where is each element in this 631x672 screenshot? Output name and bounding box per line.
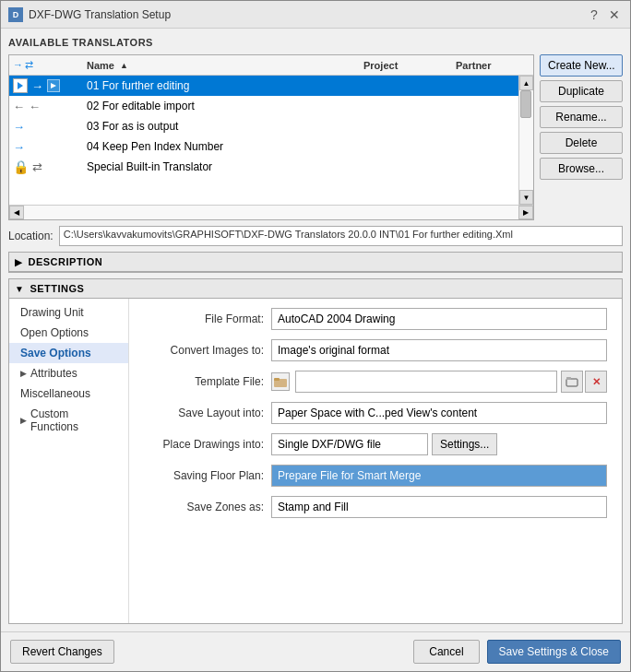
title-bar: D DXF-DWG Translation Setup ? ✕ (1, 1, 630, 29)
save-settings-close-button[interactable]: Save Settings & Close (487, 640, 621, 664)
available-translators-header: AVAILABLE TRANSLATORS (8, 36, 623, 49)
template-folder-icon (271, 372, 290, 391)
scroll-track[interactable] (519, 90, 533, 190)
row-icons: → (13, 120, 87, 134)
cancel-button[interactable]: Cancel (413, 640, 479, 664)
duplicate-button[interactable]: Duplicate (540, 80, 623, 102)
saving-floor-plan-select[interactable]: Prepare File for Smart Merge Standard Sa… (271, 465, 607, 487)
location-bar: Location: C:\Users\kavvakumovits\GRAPHIS… (8, 226, 623, 246)
scroll-up-button[interactable]: ▲ (519, 76, 533, 90)
template-file-row: Template File: (144, 371, 607, 393)
sidebar-item-save-options[interactable]: Save Options (9, 343, 128, 363)
lock-icon: 🔒 (13, 159, 29, 174)
table-body-wrap: → 01 For further editing ← ← (9, 76, 533, 205)
svg-marker-1 (51, 83, 56, 88)
collapse-arrow-icon: ▼ (15, 284, 24, 294)
scroll-right-button[interactable]: ▶ (518, 206, 533, 219)
main-content: AVAILABLE TRANSLATORS → ⇄ Name ▲ (1, 29, 630, 631)
table-row[interactable]: 🔒 ⇄ Special Built-in Translator (9, 157, 518, 177)
svg-marker-0 (18, 82, 23, 89)
nav-arrow-icon: ▶ (20, 369, 27, 378)
template-file-label: Template File: (144, 375, 264, 388)
scroll-left-button[interactable]: ◀ (9, 206, 24, 219)
horizontal-scrollbar[interactable]: ◀ ▶ (9, 205, 533, 219)
place-drawings-select[interactable]: Single DXF/DWG file Multiple DXF/DWG fil… (271, 433, 428, 455)
translators-table: → ⇄ Name ▲ Project Partner (8, 54, 534, 220)
convert-images-row: Convert Images to: Image's original form… (144, 339, 607, 361)
nav-arrow-icon: ▶ (20, 416, 27, 425)
row-name: 01 For further editing (87, 79, 515, 92)
vertical-scrollbar[interactable]: ▲ ▼ (518, 76, 533, 205)
table-header: → ⇄ Name ▲ Project Partner (9, 55, 533, 76)
scroll-h-track[interactable] (24, 206, 518, 219)
table-row[interactable]: → 03 For as is output (9, 116, 518, 136)
convert-images-select[interactable]: Image's original format PNG JPEG BMP (271, 339, 607, 361)
scroll-thumb[interactable] (520, 90, 531, 118)
template-file-control: ✕ (271, 371, 607, 393)
sidebar-item-drawing-unit[interactable]: Drawing Unit (9, 302, 128, 323)
svg-rect-5 (566, 377, 571, 380)
row-name: 03 For as is output (87, 120, 515, 133)
description-header[interactable]: ▶ DESCRIPTION (9, 253, 622, 272)
file-format-select-wrap: AutoCAD 2004 Drawing AutoCAD 2007 Drawin… (271, 308, 607, 330)
save-zones-control: Stamp and Fill Stamp only Fill only None (271, 496, 607, 518)
place-drawings-settings-button[interactable]: Settings... (432, 433, 497, 455)
saving-floor-plan-row: Saving Floor Plan: Prepare File for Smar… (144, 465, 607, 487)
arrow-right-icon: → (13, 140, 25, 154)
settings-nav: Drawing Unit Open Options Save Options ▶… (9, 299, 129, 623)
file-format-select[interactable]: AutoCAD 2004 Drawing AutoCAD 2007 Drawin… (271, 308, 607, 330)
col-name-header: Name ▲ (87, 60, 363, 71)
sidebar-item-open-options[interactable]: Open Options (9, 323, 128, 343)
sidebar-item-attributes[interactable]: ▶ Attributes (9, 363, 128, 383)
settings-header[interactable]: ▼ SETTINGS (9, 279, 622, 299)
arrow-right-icon: → (31, 79, 43, 93)
location-value: C:\Users\kavvakumovits\GRAPHISOFT\DXF-DW… (59, 226, 623, 246)
arrows-icon: ⇄ (32, 160, 42, 174)
sidebar-item-custom-functions[interactable]: ▶ Custom Functions (9, 404, 128, 437)
browse-button[interactable]: Browse... (540, 158, 623, 180)
svg-rect-3 (274, 378, 280, 381)
save-zones-select-wrap: Stamp and Fill Stamp only Fill only None (271, 496, 607, 518)
svg-rect-4 (566, 379, 577, 386)
scroll-down-button[interactable]: ▼ (519, 190, 533, 205)
save-zones-row: Save Zones as: Stamp and Fill Stamp only… (144, 496, 607, 518)
settings-main: File Format: AutoCAD 2004 Drawing AutoCA… (129, 299, 622, 623)
save-layout-select[interactable]: Paper Space with C...ped View's content … (271, 402, 607, 424)
rename-button[interactable]: Rename... (540, 106, 623, 128)
table-row[interactable]: → 01 For further editing (9, 76, 518, 96)
saving-floor-plan-control: Prepare File for Smart Merge Standard Sa… (271, 465, 607, 487)
row-icons: 🔒 ⇄ (13, 159, 87, 174)
description-section: ▶ DESCRIPTION (8, 252, 623, 273)
file-format-label: File Format: (144, 312, 264, 325)
title-bar-buttons: ? ✕ (586, 6, 623, 23)
settings-body: Drawing Unit Open Options Save Options ▶… (9, 299, 622, 623)
close-button[interactable]: ✕ (606, 6, 623, 23)
app-icon: D (8, 7, 23, 22)
save-layout-row: Save Layout into: Paper Space with C...p… (144, 402, 607, 424)
save-layout-control: Paper Space with C...ped View's content … (271, 402, 607, 424)
create-new-button[interactable]: Create New... (540, 54, 623, 77)
revert-changes-button[interactable]: Revert Changes (10, 640, 114, 664)
template-clear-button[interactable]: ✕ (585, 371, 607, 393)
table-row[interactable]: → 04 Keep Pen Index Number (9, 136, 518, 157)
arrow-left-icon: ← (13, 100, 25, 113)
settings-section: ▼ SETTINGS Drawing Unit Open Options Sav… (8, 278, 623, 624)
arrow-left2-icon: ← (29, 100, 41, 113)
template-open-button[interactable] (561, 371, 583, 393)
action-buttons: Create New... Duplicate Rename... Delete… (540, 54, 623, 220)
help-button[interactable]: ? (586, 6, 602, 23)
template-file-input[interactable] (295, 371, 557, 393)
row-icons: → (13, 78, 87, 93)
table-row[interactable]: ← ← 02 For editable import (9, 96, 518, 116)
sidebar-item-miscellaneous[interactable]: Miscellaneous (9, 383, 128, 404)
save-zones-select[interactable]: Stamp and Fill Stamp only Fill only None (271, 496, 607, 518)
header-icons: → ⇄ (13, 59, 87, 71)
table-rows[interactable]: → 01 For further editing ← ← (9, 76, 518, 205)
convert-images-label: Convert Images to: (144, 344, 264, 357)
place-drawings-control: Single DXF/DWG file Multiple DXF/DWG fil… (271, 433, 607, 455)
delete-button[interactable]: Delete (540, 132, 623, 154)
location-label: Location: (8, 230, 54, 242)
sort-arrow-icon: ▲ (120, 61, 128, 70)
translators-panel: → ⇄ Name ▲ Project Partner (8, 54, 623, 220)
play-icon (13, 78, 28, 93)
